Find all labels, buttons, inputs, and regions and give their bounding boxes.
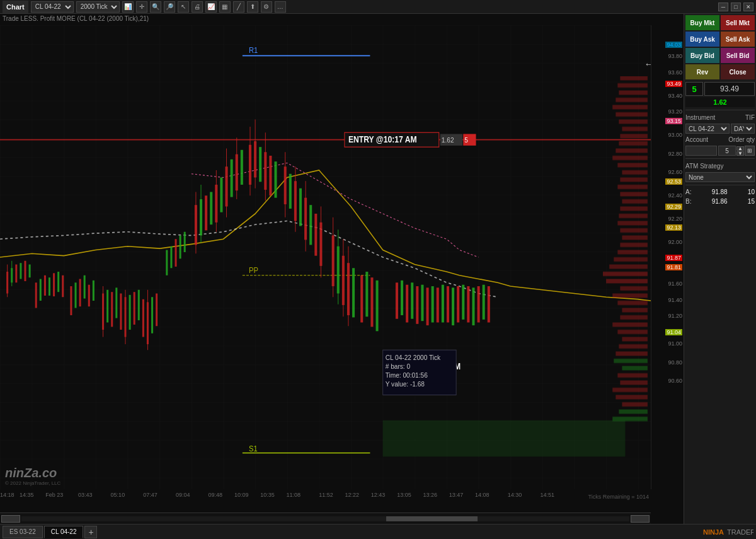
- scroll-track[interactable]: [21, 516, 629, 521]
- timeframe-select[interactable]: 2000 Tick: [76, 1, 120, 13]
- settings-icon[interactable]: ⚙: [261, 1, 272, 13]
- instrument-label: Instrument: [685, 113, 715, 122]
- qty-grid-btn[interactable]: ⊞: [745, 146, 755, 156]
- sell-mkt-button[interactable]: Sell Mkt: [721, 15, 755, 30]
- svg-rect-126: [622, 337, 648, 342]
- qty-down-btn[interactable]: ▼: [736, 151, 744, 156]
- instrument-tif-row: CL 04-22 DAY: [685, 124, 755, 134]
- print-icon[interactable]: 🖨: [192, 1, 203, 13]
- crosshair-icon[interactable]: ✛: [136, 1, 147, 13]
- svg-rect-55: [220, 178, 222, 212]
- svg-rect-30: [115, 287, 117, 318]
- instrument-select[interactable]: CL 04-22: [31, 1, 74, 13]
- tab-cl-0422[interactable]: CL 04-22: [44, 526, 84, 538]
- ninjatrader-logo: NINJA TRADER: [703, 527, 753, 537]
- atm-strategy-dropdown[interactable]: None: [685, 172, 755, 182]
- b-qty: 15: [748, 198, 755, 205]
- qty-price-display: 5 93.49: [685, 82, 755, 96]
- close-button[interactable]: Close: [721, 64, 755, 79]
- svg-rect-153: [619, 141, 648, 146]
- main-layout: Trade LESS. Profit MORE (CL 04-22 (2000 …: [0, 14, 756, 524]
- maximize-button[interactable]: □: [731, 3, 741, 11]
- cursor-icon[interactable]: ↖: [178, 1, 189, 13]
- svg-rect-162: [620, 76, 648, 81]
- svg-rect-61: [241, 150, 243, 185]
- svg-rect-44: [175, 239, 176, 267]
- svg-rect-51: [205, 195, 207, 230]
- more-icon[interactable]: …: [275, 1, 286, 13]
- svg-rect-106: [447, 286, 449, 323]
- svg-rect-111: [472, 287, 474, 325]
- x-label-0510: 05:10: [111, 492, 125, 498]
- svg-rect-20: [70, 286, 72, 315]
- svg-rect-116: [619, 410, 648, 414]
- price-91-04: 91.04: [665, 329, 682, 335]
- svg-rect-132: [612, 294, 648, 298]
- svg-rect-98: [406, 285, 408, 323]
- buy-mkt-button[interactable]: Buy Mkt: [685, 15, 719, 30]
- price-92-20: 92.20: [668, 216, 682, 222]
- chart-subtitle: Trade LESS. Profit MORE (CL 04-22 (2000 …: [3, 15, 149, 22]
- price-93-00: 93.00: [668, 132, 682, 138]
- close-button[interactable]: ✕: [743, 3, 753, 11]
- chart-area[interactable]: Trade LESS. Profit MORE (CL 04-22 (2000 …: [0, 14, 684, 524]
- svg-text:NINJA: NINJA: [703, 528, 724, 536]
- scroll-left-btn[interactable]: [1, 515, 20, 523]
- svg-rect-104: [437, 287, 439, 322]
- x-label-1222: 12:22: [345, 492, 359, 498]
- svg-text:TRADER: TRADER: [727, 528, 753, 536]
- add-tab-button[interactable]: +: [84, 526, 97, 538]
- svg-rect-125: [619, 344, 648, 349]
- sell-bid-button[interactable]: Sell Bid: [721, 48, 755, 63]
- svg-rect-79: [309, 205, 312, 245]
- x-label-0343: 03:43: [78, 492, 93, 498]
- scroll-thumb[interactable]: [386, 516, 478, 521]
- order-qty-input[interactable]: [718, 146, 736, 156]
- svg-rect-148: [620, 178, 648, 182]
- profit-display: 1.62: [685, 97, 755, 107]
- svg-rect-43: [170, 246, 172, 269]
- zoom-in-icon[interactable]: 🔍: [150, 1, 161, 13]
- svg-rect-161: [617, 83, 648, 88]
- chart-menu[interactable]: Chart: [3, 1, 28, 13]
- qty-input-group: ▲ ▼ ⊞: [718, 146, 755, 156]
- svg-rect-121: [617, 373, 648, 378]
- line-icon[interactable]: ╱: [233, 1, 244, 13]
- tif-label: TIF: [745, 113, 755, 122]
- bar-icon[interactable]: ▦: [219, 1, 231, 13]
- svg-rect-80: [314, 214, 317, 256]
- scrollbar[interactable]: [0, 513, 651, 524]
- qty-up-btn[interactable]: ▲: [736, 146, 744, 151]
- svg-rect-113: [483, 285, 485, 320]
- zoom-out-icon[interactable]: 🔎: [164, 1, 175, 13]
- qty-stepper[interactable]: ▲ ▼: [736, 146, 744, 156]
- svg-rect-152: [616, 149, 648, 153]
- svg-rect-136: [609, 265, 648, 269]
- svg-rect-151: [612, 156, 648, 160]
- svg-rect-14: [40, 279, 42, 301]
- rev-button[interactable]: Rev: [685, 64, 719, 79]
- instrument-dropdown[interactable]: CL 04-22: [685, 124, 730, 134]
- draw-icon[interactable]: 📊: [122, 1, 134, 13]
- price-93-60: 93.60: [668, 69, 682, 76]
- tab-es-0322[interactable]: ES 03-22: [3, 526, 43, 538]
- right-panel: Buy Mkt Sell Mkt Buy Ask Sell Ask Buy Bi…: [684, 14, 756, 524]
- ticks-remaining: Ticks Remaining = 1014: [588, 494, 649, 500]
- buy-sell-mkt-row: Buy Mkt Sell Mkt: [685, 15, 755, 30]
- buy-ask-button[interactable]: Buy Ask: [685, 32, 719, 47]
- a-row: A: 91.88 10: [685, 188, 755, 196]
- minimize-button[interactable]: ─: [718, 3, 728, 11]
- svg-rect-15: [44, 275, 46, 296]
- buy-sell-ask-row: Buy Ask Sell Ask: [685, 32, 755, 47]
- svg-rect-19: [62, 275, 64, 298]
- svg-rect-155: [622, 127, 648, 131]
- x-axis: 14:18 14:35 Feb 23 03:43 05:10 07:47 09:…: [0, 492, 651, 502]
- export-icon[interactable]: ⬆: [247, 1, 258, 13]
- sell-ask-button[interactable]: Sell Ask: [721, 32, 755, 47]
- scroll-right-btn[interactable]: [631, 515, 650, 523]
- order-qty-label: Order qty: [728, 135, 755, 144]
- svg-rect-25: [93, 281, 94, 301]
- buy-bid-button[interactable]: Buy Bid: [685, 48, 719, 63]
- tif-dropdown[interactable]: DAY: [731, 124, 755, 134]
- chart-icon[interactable]: 📈: [205, 1, 217, 13]
